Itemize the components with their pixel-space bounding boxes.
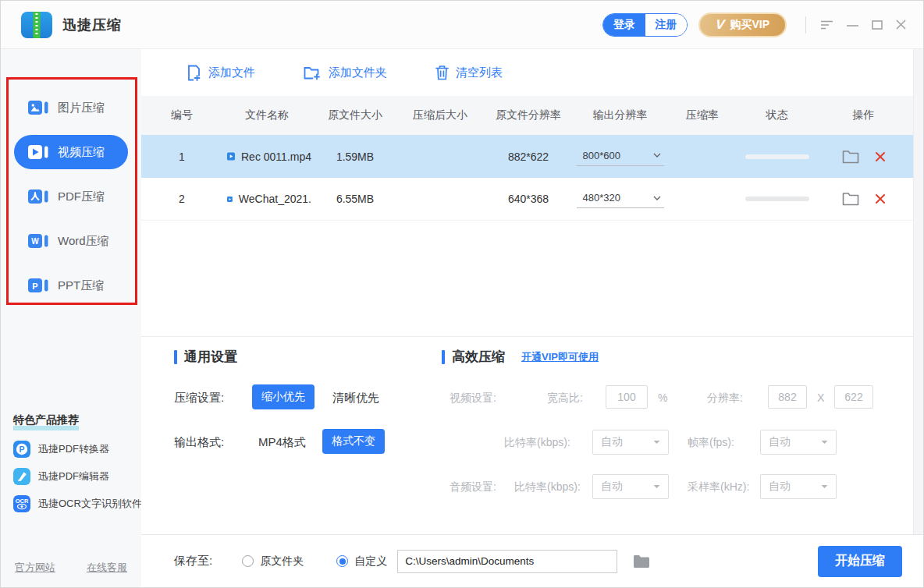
promo-ocr[interactable]: OCR 迅捷OCR文字识别软件 (13, 495, 135, 512)
table-row[interactable]: 2 WeChat_2021. 6.55MB 640*368 480*320 (141, 178, 913, 221)
settings-panel: 通用设置 压缩设置: 缩小优先 清晰优先 输出格式: MP4格式 格式不变 高效… (141, 336, 913, 536)
col-header-original-resolution: 原文件分辨率 (482, 96, 575, 135)
menu-icon[interactable] (820, 20, 833, 30)
bitrate-select[interactable]: 自动 (592, 430, 669, 455)
online-support-link[interactable]: 在线客服 (87, 561, 127, 575)
framerate-label: 帧率(fps): (688, 436, 734, 450)
close-icon[interactable] (896, 19, 906, 30)
shrink-first-button[interactable]: 缩小优先 (252, 384, 315, 409)
resolution-height-input[interactable] (834, 385, 873, 409)
pdf-compress-icon (28, 189, 48, 204)
app-logo-icon (21, 12, 52, 38)
table-row[interactable]: 1 Rec 0011.mp4 1.59MB 882*622 800*600 (141, 135, 913, 178)
col-header-original-size: 原文件大小 (311, 96, 399, 135)
original-size: 1.59MB (311, 135, 399, 178)
resolution-x-label: X (817, 391, 824, 404)
progress-bar (745, 197, 809, 201)
maximize-icon[interactable] (872, 20, 883, 30)
vip-v-icon: V (715, 17, 725, 33)
folder-icon (842, 192, 859, 206)
browse-folder-button[interactable] (633, 554, 650, 569)
promo-section: 特色产品推荐 P 迅捷PDF转换器 迅捷PDF编辑器 OCR 迅捷OCR文字识别… (13, 413, 135, 512)
sample-rate-label: 采样率(kHz): (688, 480, 749, 494)
scrollbar-track[interactable] (913, 49, 923, 536)
remove-file-button[interactable] (875, 151, 886, 162)
sidebar-item-pdf-compress[interactable]: PDF压缩 (14, 179, 128, 214)
main-panel: 添加文件 添加文件夹 清空列表 编号 文件名称 原文件大小 压缩后大小 原文件分… (141, 49, 923, 587)
sidebar-item-video-compress[interactable]: 视频压缩 (14, 135, 128, 169)
framerate-select[interactable]: 自动 (760, 430, 837, 455)
sample-rate-select[interactable]: 自动 (760, 474, 837, 499)
compressed-size (399, 135, 482, 178)
original-size: 6.55MB (311, 178, 399, 220)
ratio-cell (665, 178, 740, 220)
mp4-format-button[interactable]: MP4格式 (258, 435, 306, 450)
chevron-down-icon (653, 196, 661, 200)
chevron-down-icon (821, 440, 828, 445)
remove-icon (875, 193, 886, 204)
original-resolution: 882*622 (482, 135, 575, 178)
file-toolbar: 添加文件 添加文件夹 清空列表 (141, 49, 913, 96)
keep-format-button[interactable]: 格式不变 (322, 429, 385, 454)
svg-text:P: P (19, 445, 24, 454)
original-folder-label[interactable]: 原文件夹 (260, 554, 304, 569)
pdf-converter-icon: P (13, 441, 30, 458)
buy-vip-button[interactable]: V 购买VIP (698, 12, 787, 37)
col-header-compressed-size: 压缩后大小 (399, 96, 482, 135)
promo-pdf-converter[interactable]: P 迅捷PDF转换器 (13, 441, 135, 458)
col-header-ratio: 压缩率 (665, 96, 740, 135)
video-compress-icon (28, 144, 48, 160)
save-path-input[interactable] (397, 550, 617, 573)
play-icon (227, 149, 235, 164)
top-bar: 迅捷压缩 登录 注册 V 购买VIP (1, 1, 923, 49)
efficient-compression-title: 高效压缩 开通VIP即可使用 (442, 348, 599, 366)
custom-folder-label[interactable]: 自定义 (354, 554, 387, 569)
official-site-link[interactable]: 官方网站 (15, 561, 55, 575)
output-resolution-select[interactable]: 800*600 (577, 147, 664, 166)
open-folder-button[interactable] (842, 150, 859, 164)
aspect-ratio-input[interactable] (606, 385, 648, 409)
clarity-first-button[interactable]: 清晰优先 (332, 391, 379, 406)
register-button[interactable]: 注册 (645, 14, 687, 36)
chevron-down-icon (653, 440, 660, 445)
col-header-actions: 操作 (814, 96, 913, 135)
minimize-icon[interactable] (847, 20, 858, 30)
svg-text:P: P (32, 282, 37, 291)
clear-list-button[interactable]: 清空列表 (435, 65, 503, 80)
chevron-down-icon (653, 484, 660, 489)
add-folder-button[interactable]: 添加文件夹 (304, 66, 387, 80)
open-vip-link[interactable]: 开通VIP即可使用 (521, 350, 599, 364)
footer-bar: 保存至: 原文件夹 自定义 开始压缩 (141, 534, 923, 587)
original-folder-radio[interactable] (242, 555, 254, 567)
sidebar-item-word-compress[interactable]: W Word压缩 (14, 224, 128, 258)
col-header-output-resolution: 输出分辨率 (575, 96, 665, 135)
promo-title: 特色产品推荐 (13, 413, 79, 430)
promo-pdf-editor[interactable]: 迅捷PDF编辑器 (13, 468, 135, 485)
audio-bitrate-select[interactable]: 自动 (592, 474, 669, 499)
svg-text:OCR: OCR (16, 498, 29, 505)
resolution-width-input[interactable] (768, 385, 807, 409)
login-button[interactable]: 登录 (603, 14, 645, 36)
output-resolution-select[interactable]: 480*320 (577, 190, 664, 208)
start-compress-button[interactable]: 开始压缩 (818, 546, 902, 577)
compressed-size (399, 178, 482, 220)
ocr-icon: OCR (13, 495, 30, 512)
remove-icon (875, 151, 886, 162)
general-settings-title: 通用设置 (174, 348, 237, 366)
image-compress-icon (28, 100, 48, 115)
auth-pill: 登录 注册 (602, 13, 688, 37)
file-name: Rec 0011.mp4 (241, 151, 311, 163)
original-resolution: 640*368 (482, 178, 575, 220)
compression-setting-label: 压缩设置: (174, 391, 224, 406)
add-file-button[interactable]: 添加文件 (187, 65, 255, 81)
open-folder-button[interactable] (842, 192, 859, 206)
remove-file-button[interactable] (875, 193, 886, 204)
sidebar-item-image-compress[interactable]: 图片压缩 (14, 90, 128, 125)
play-icon (227, 192, 233, 207)
sidebar-item-ppt-compress[interactable]: P PPT压缩 (14, 268, 128, 303)
app-window: 迅捷压缩 登录 注册 V 购买VIP (0, 0, 924, 588)
file-name: WeChat_2021. (239, 193, 311, 205)
custom-folder-radio[interactable] (336, 555, 348, 567)
audio-bitrate-label: 比特率(kbps): (514, 480, 581, 494)
add-file-icon (187, 65, 201, 81)
